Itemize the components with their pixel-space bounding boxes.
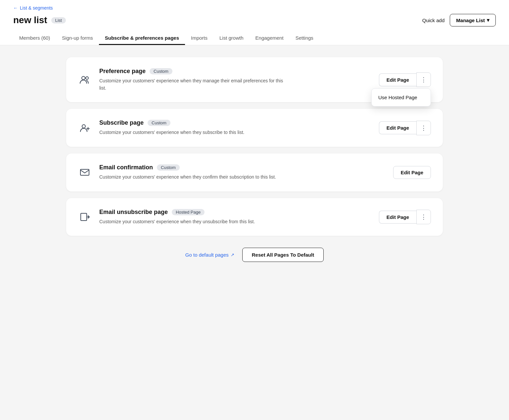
subscribe-page-title: Subscribe page [99,119,144,126]
email-unsubscribe-badge: Hosted Page [172,209,205,215]
tab-members[interactable]: Members (60) [13,32,56,45]
reset-all-pages-label: Reset All Pages To Default [252,252,314,258]
subscribe-page-desc: Customize your customers' experience whe… [99,129,291,136]
main-content: Preference page Custom Customize your cu… [0,45,509,282]
preference-page-title: Preference page [99,68,146,75]
email-confirmation-edit-page-button[interactable]: Edit Page [393,166,431,179]
preference-edit-page-button[interactable]: Edit Page [379,73,416,86]
subscribe-icon [78,123,91,133]
unsubscribe-more-button[interactable]: ⋮ [416,210,431,224]
people-icon [78,74,91,85]
preference-page-desc: Customize your customers' experience whe… [99,77,291,92]
subscribe-more-button[interactable]: ⋮ [416,121,431,135]
email-confirmation-actions: Edit Page [393,166,431,179]
tab-engagement[interactable]: Engagement [250,32,290,45]
go-to-default-pages-link[interactable]: Go to default pages ↗ [185,252,234,258]
external-link-icon: ↗ [231,252,234,257]
subscribe-page-info: Subscribe page Custom Customize your cus… [99,119,371,136]
quick-add-label: Quick add [422,18,445,23]
email-confirmation-desc: Customize your customers' experience whe… [99,174,291,181]
nav-tabs: Members (60) Sign-up forms Subscribe & p… [13,32,496,45]
email-icon [78,167,91,178]
back-link-label: List & segments [20,5,53,11]
back-arrow-icon: ← [13,5,18,11]
preference-page-info: Preference page Custom Customize your cu… [99,68,371,92]
preference-page-actions: Edit Page ⋮ Use Hosted Page [379,72,431,87]
use-hosted-page-item[interactable]: Use Hosted Page [372,91,431,104]
preference-more-button[interactable]: ⋮ [416,72,431,87]
svg-point-2 [82,125,85,128]
manage-list-button[interactable]: Manage List ▾ [450,14,496,26]
svg-point-1 [86,77,88,79]
reset-all-pages-button[interactable]: Reset All Pages To Default [242,248,324,262]
svg-rect-6 [81,213,87,221]
subscribe-edit-page-button[interactable]: Edit Page [379,121,416,134]
email-unsubscribe-title: Email unsubscribe page [99,209,168,216]
bottom-actions: Go to default pages ↗ Reset All Pages To… [66,248,443,262]
back-link[interactable]: ← List & segments [13,5,496,11]
subscribe-page-card: Subscribe page Custom Customize your cus… [66,109,443,147]
unsubscribe-icon [78,212,91,222]
tab-imports[interactable]: Imports [185,32,213,45]
tab-subscribe-prefs[interactable]: Subscribe & preferences pages [99,32,185,45]
tab-settings[interactable]: Settings [290,32,319,45]
preference-dropdown-menu: Use Hosted Page [371,88,431,106]
subscribe-page-badge: Custom [148,120,170,126]
email-confirmation-card: Email confirmation Custom Customize your… [66,153,443,191]
manage-list-label: Manage List [456,18,485,23]
tab-signup-forms[interactable]: Sign-up forms [56,32,99,45]
unsubscribe-edit-page-button[interactable]: Edit Page [379,211,416,224]
chevron-down-icon: ▾ [487,17,489,23]
email-confirmation-badge: Custom [157,164,180,171]
go-to-default-pages-label: Go to default pages [185,252,229,258]
list-badge: List [51,17,66,23]
subscribe-page-actions: Edit Page ⋮ [379,121,431,135]
email-unsubscribe-actions: Edit Page ⋮ [379,210,431,224]
email-confirmation-info: Email confirmation Custom Customize your… [99,164,385,181]
email-confirmation-title: Email confirmation [99,164,153,171]
svg-point-0 [82,76,85,80]
svg-rect-5 [80,169,89,175]
preference-page-card: Preference page Custom Customize your cu… [66,57,443,102]
email-unsubscribe-card: Email unsubscribe page Hosted Page Custo… [66,198,443,236]
tab-list-growth[interactable]: List growth [213,32,250,45]
email-unsubscribe-desc: Customize your customers' experience whe… [99,218,291,226]
preference-page-badge: Custom [150,68,172,74]
email-unsubscribe-info: Email unsubscribe page Hosted Page Custo… [99,209,371,226]
page-title: new list [13,15,47,25]
